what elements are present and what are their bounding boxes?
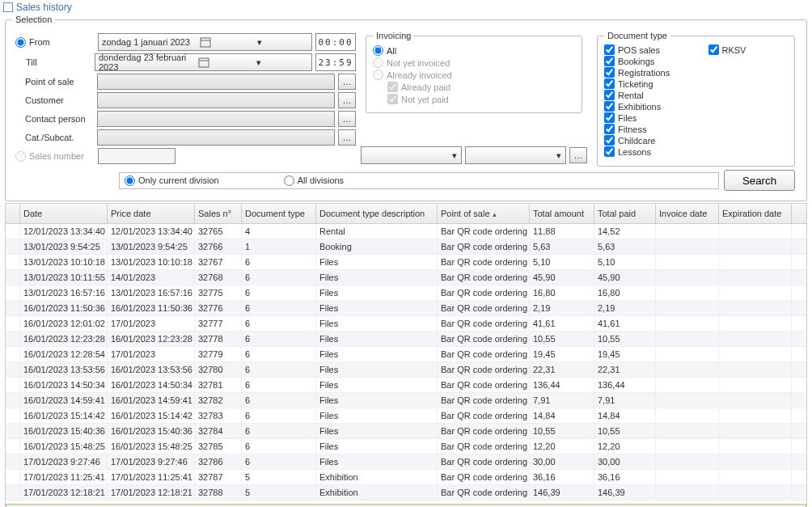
cat-browse-button[interactable]: … bbox=[338, 129, 356, 146]
till-date-combo[interactable]: donderdag 23 februari 2023 ▾ bbox=[95, 53, 312, 71]
doctype-check[interactable] bbox=[604, 146, 615, 157]
cat-label: Cat./Subcat. bbox=[12, 133, 97, 142]
col-header[interactable]: Total paid bbox=[594, 204, 656, 223]
table-row[interactable]: 17/01/2023 12:18:2117/01/2023 12:18:2132… bbox=[6, 485, 806, 501]
results-grid: DatePrice dateSales n°Document typeDocum… bbox=[5, 203, 807, 507]
table-row[interactable]: 17/01/2023 9:27:4617/01/2023 9:27:463278… bbox=[6, 454, 806, 470]
from-date-combo[interactable]: zondag 1 januari 2023 ▾ bbox=[98, 33, 312, 51]
chevron-down-icon: ▾ bbox=[552, 149, 565, 162]
doctype-check[interactable] bbox=[604, 44, 615, 55]
col-header[interactable]: Document type description bbox=[316, 204, 438, 223]
doctype-check[interactable] bbox=[604, 90, 615, 100]
division-choice: Only current division All divisions bbox=[119, 172, 719, 189]
from-label: From bbox=[29, 37, 98, 47]
from-radio[interactable] bbox=[15, 37, 26, 48]
table-row[interactable]: 13/01/2023 16:57:1613/01/2023 16:57:1632… bbox=[6, 285, 806, 301]
all-divisions-radio[interactable] bbox=[284, 175, 294, 186]
col-header[interactable]: Sales n° bbox=[195, 204, 242, 223]
doctype-check[interactable] bbox=[604, 67, 615, 78]
table-row[interactable]: 16/01/2023 15:40:3616/01/2023 15:40:3632… bbox=[6, 424, 806, 439]
table-row[interactable]: 16/01/2023 12:28:5417/01/2023327796Files… bbox=[6, 347, 806, 362]
invoice-notyet-radio bbox=[373, 57, 383, 68]
customer-browse-button[interactable]: … bbox=[338, 92, 356, 108]
table-row[interactable]: 16/01/2023 14:50:3416/01/2023 14:50:3432… bbox=[6, 378, 806, 393]
till-label: Till bbox=[26, 57, 95, 67]
invoice-all-radio[interactable] bbox=[373, 45, 383, 56]
pos-input[interactable] bbox=[97, 74, 335, 90]
col-header[interactable]: Date bbox=[20, 204, 108, 223]
doctype-check[interactable] bbox=[604, 112, 615, 123]
table-row[interactable]: 17/01/2023 11:25:4117/01/2023 11:25:4132… bbox=[6, 470, 806, 485]
customer-input[interactable] bbox=[97, 92, 335, 108]
notyet-paid-check bbox=[387, 94, 398, 104]
table-row[interactable]: 16/01/2023 15:14:4216/01/2023 15:14:4232… bbox=[6, 408, 806, 424]
salesnum-radio bbox=[15, 151, 26, 162]
table-row[interactable]: 13/01/2023 10:11:5514/01/2023327686Files… bbox=[6, 270, 806, 285]
col-header[interactable]: Point of sale▲ bbox=[438, 204, 530, 223]
window-icon bbox=[3, 2, 13, 12]
table-row[interactable]: 16/01/2023 11:50:3616/01/2023 11:50:3632… bbox=[6, 301, 806, 316]
already-paid-check bbox=[387, 82, 398, 92]
from-time-input[interactable]: 00:00 bbox=[315, 33, 356, 51]
svg-rect-0 bbox=[3, 2, 13, 12]
selection-fieldset: Selection From zondag 1 januari 2023 ▾ 0… bbox=[5, 15, 807, 201]
table-row[interactable]: 16/01/2023 12:23:2816/01/2023 12:23:2832… bbox=[6, 332, 806, 347]
grid-header: DatePrice dateSales n°Document typeDocum… bbox=[6, 204, 806, 224]
doctype-fieldset: Document type POS salesBookingsRegistrat… bbox=[597, 31, 795, 167]
svg-rect-3 bbox=[199, 58, 209, 67]
chevron-down-icon: ▾ bbox=[209, 56, 309, 69]
doctype-col1: POS salesBookingsRegistrationsTicketingR… bbox=[604, 44, 684, 158]
doctype-check[interactable] bbox=[604, 101, 615, 112]
extra-combo2[interactable]: ▾ bbox=[465, 146, 566, 164]
contact-browse-button[interactable]: … bbox=[338, 111, 356, 127]
doctype-check[interactable] bbox=[604, 124, 615, 134]
search-button[interactable]: Search bbox=[724, 170, 795, 191]
invoicing-fieldset: Invoicing All Not yet invoiced Already i… bbox=[366, 31, 582, 113]
grid-footer: Σ 29 636,74 613,53 bbox=[6, 504, 806, 507]
pos-browse-button[interactable]: … bbox=[338, 74, 356, 90]
customer-label: Customer bbox=[12, 95, 97, 105]
calendar-icon bbox=[198, 57, 209, 68]
doctype-check[interactable] bbox=[604, 56, 615, 66]
table-row[interactable]: 16/01/2023 15:48:2516/01/2023 15:48:2532… bbox=[6, 439, 806, 454]
extra-browse-button[interactable]: … bbox=[569, 147, 587, 163]
invoice-already-radio bbox=[373, 70, 383, 80]
contact-input[interactable] bbox=[97, 111, 335, 127]
table-row[interactable]: 16/01/2023 13:53:5616/01/2023 13:53:5632… bbox=[6, 362, 806, 378]
col-header[interactable]: Total amount bbox=[530, 204, 594, 223]
col-header[interactable]: Price date bbox=[108, 204, 195, 223]
table-row[interactable]: 16/01/2023 12:01:0217/01/2023327776Files… bbox=[6, 316, 806, 332]
extra-combo1[interactable]: ▾ bbox=[361, 146, 462, 164]
col-header[interactable]: Expiration date bbox=[719, 204, 792, 223]
col-header[interactable]: Invoice date bbox=[656, 204, 719, 223]
doctype-check[interactable] bbox=[604, 135, 615, 146]
window-title: Sales history bbox=[0, 0, 812, 15]
cat-input[interactable] bbox=[97, 129, 335, 146]
chevron-down-icon: ▾ bbox=[448, 149, 461, 162]
current-division-radio[interactable] bbox=[125, 175, 135, 186]
table-row[interactable]: 13/01/2023 9:54:2513/01/2023 9:54:253276… bbox=[6, 239, 806, 255]
salesnum-label: Sales number bbox=[29, 151, 98, 161]
pos-label: Point of sale bbox=[12, 77, 97, 87]
table-row[interactable]: 12/01/2023 13:34:4012/01/2023 13:34:4032… bbox=[6, 224, 806, 239]
calendar-icon bbox=[200, 36, 211, 48]
chevron-down-icon: ▾ bbox=[211, 36, 309, 49]
till-time-input[interactable]: 23:59 bbox=[315, 53, 356, 71]
doctype-check[interactable] bbox=[604, 78, 615, 89]
table-row[interactable]: 13/01/2023 10:10:1813/01/2023 10:10:1832… bbox=[6, 255, 806, 270]
rksv-check[interactable] bbox=[708, 44, 719, 55]
table-row[interactable]: 16/01/2023 14:59:4116/01/2023 14:59:4132… bbox=[6, 393, 806, 408]
salesnum-input bbox=[98, 148, 176, 164]
grid-body: 12/01/2023 13:34:4012/01/2023 13:34:4032… bbox=[6, 224, 806, 501]
col-header[interactable]: Document type bbox=[242, 204, 316, 223]
svg-rect-1 bbox=[201, 38, 210, 47]
contact-label: Contact person bbox=[12, 114, 97, 124]
